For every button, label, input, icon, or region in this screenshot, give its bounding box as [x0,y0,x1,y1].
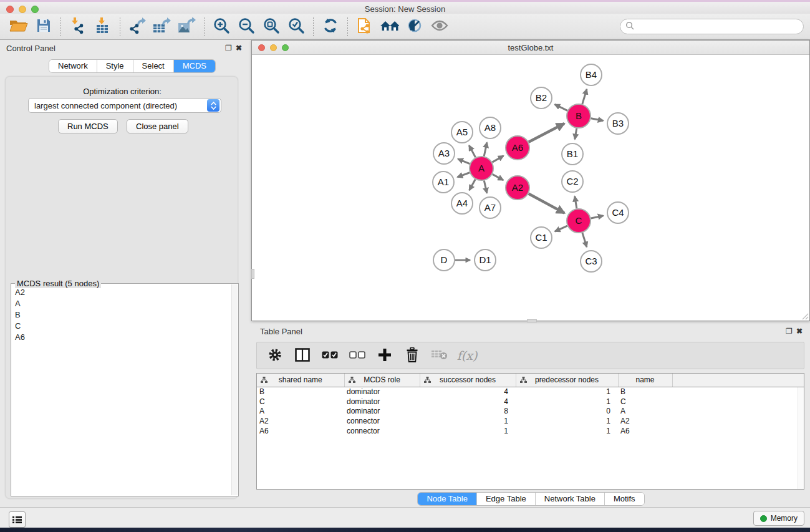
graph-node-C4[interactable]: C4 [607,202,629,223]
graph-node-A2[interactable]: A2 [506,176,529,200]
zoom-selected-button[interactable] [284,16,309,37]
table-row[interactable]: Adominator80A [257,406,804,416]
table-panel-close-button[interactable]: ✖ [796,327,803,335]
resize-grip-icon[interactable] [802,313,809,320]
table-scrollbar[interactable] [798,387,804,489]
graph-node-A1[interactable]: A1 [433,172,454,193]
graph-edge-C-C4[interactable] [591,216,604,218]
graph-edge-B-B2[interactable] [555,104,567,110]
table-panel-float-button[interactable]: ❐ [786,327,793,335]
graph-node-A3[interactable]: A3 [433,143,455,164]
graph-node-B[interactable]: B [567,104,591,128]
column-header-predecessor-nodes[interactable]: predecessor nodes [516,374,618,387]
export-table-button[interactable] [150,16,175,37]
graph-node-B2[interactable]: B2 [531,87,552,109]
table-tab-network-table[interactable]: Network Table [535,493,604,505]
zoom-out-button[interactable] [234,16,259,37]
table-row[interactable]: A6connector11A6 [257,426,804,436]
graph-edge-A-A5[interactable] [469,145,475,157]
graph-edge-A-A4[interactable] [470,179,476,190]
tab-network[interactable]: Network [49,60,97,72]
refresh-button[interactable] [318,16,343,37]
show-graphics-button[interactable] [427,16,452,37]
close-panel-button[interactable]: Close panel [127,119,188,133]
mcds-result-item[interactable]: B [12,309,231,320]
bottom-splitter-handle[interactable] [527,319,537,322]
mcds-result-item[interactable]: A [12,297,231,309]
control-panel-close-button[interactable]: ✖ [236,44,242,52]
criterion-dropdown[interactable]: largest connected component (directed) [28,98,221,113]
gear-button[interactable] [266,345,284,366]
graph-node-B4[interactable]: B4 [581,64,602,85]
zoom-in-button[interactable] [209,16,234,37]
graph-edge-A-A2[interactable] [493,174,503,180]
mcds-result-item[interactable]: A6 [12,331,231,342]
graph-edge-A-A7[interactable] [484,181,486,193]
graph-node-A8[interactable]: A8 [480,117,501,138]
graph-node-B3[interactable]: B3 [607,113,629,134]
new-network-from-file-button[interactable] [352,16,377,37]
table-row[interactable]: A2connector11A2 [257,416,804,426]
graph-edge-A-A3[interactable] [458,159,470,164]
graph-node-A5[interactable]: A5 [451,122,473,143]
control-panel-float-button[interactable]: ❐ [225,44,232,52]
run-mcds-button[interactable]: Run MCDS [58,119,118,133]
tab-select[interactable]: Select [133,60,173,72]
graph-node-C[interactable]: C [567,209,591,233]
graph-node-A4[interactable]: A4 [451,193,473,214]
graph-edge-A6-B[interactable] [529,123,564,142]
graph-node-C1[interactable]: C1 [531,227,552,248]
columns-button[interactable] [293,345,312,366]
table-row[interactable]: Cdominator41C [257,397,804,407]
export-image-button[interactable] [175,16,200,37]
zoom-fit-button[interactable] [259,16,284,37]
network-canvas[interactable]: AA6A2BCA1A3A4A5A7A8B1B2B3B4C1C2C3C4DD1 [253,55,809,321]
import-network-button[interactable] [65,16,90,37]
mcds-result-list[interactable]: A2ABCA6 [12,286,231,495]
graph-node-D1[interactable]: D1 [475,249,496,271]
graph-node-A7[interactable]: A7 [480,197,501,218]
left-splitter-handle[interactable] [251,269,254,279]
column-header-mcds-role[interactable]: MCDS role [344,374,420,387]
import-table-button[interactable] [90,16,115,37]
graph-node-A6[interactable]: A6 [506,136,529,160]
save-session-button[interactable] [31,16,56,37]
tab-style[interactable]: Style [97,60,133,72]
table-row[interactable]: Bdominator41B [257,387,804,397]
graph-node-B1[interactable]: B1 [562,143,583,165]
column-header-name[interactable]: name [618,374,672,387]
graph-edge-B-B3[interactable] [591,118,604,121]
open-file-button[interactable] [6,16,31,37]
table-tab-motifs[interactable]: Motifs [604,493,644,505]
add-button[interactable] [375,345,394,366]
search-box[interactable] [620,19,804,34]
export-network-button[interactable] [125,16,150,37]
graph-edge-B-B1[interactable] [575,128,577,140]
home-layout-button[interactable] [377,16,402,37]
tab-mcds[interactable]: MCDS [173,60,215,72]
graph-edge-A2-C[interactable] [529,194,565,213]
mcds-result-item[interactable]: A2 [12,286,231,297]
task-history-button[interactable] [9,511,26,528]
table-tab-node-table[interactable]: Node Table [418,493,476,505]
mcds-result-scrollbar[interactable] [231,284,238,495]
memory-button[interactable]: Memory [753,511,804,526]
delete-table-button[interactable] [430,345,449,366]
graph-node-C3[interactable]: C3 [581,251,602,272]
select-all-button[interactable] [321,345,339,366]
mcds-result-item[interactable]: C [12,320,231,331]
graph-node-D[interactable]: D [433,249,455,271]
graph-node-A[interactable]: A [470,157,493,180]
graph-edge-A-A6[interactable] [492,156,503,162]
table-tab-edge-table[interactable]: Edge Table [476,493,535,505]
graph-edge-A-A1[interactable] [458,173,470,177]
graph-node-C2[interactable]: C2 [562,171,583,192]
graph-edge-C-C1[interactable] [555,226,567,231]
column-header-successor-nodes[interactable]: successor nodes [420,374,516,387]
network-window-title-bar[interactable]: testGlobe.txt [252,41,809,55]
column-header-shared-name[interactable]: shared name [257,374,344,387]
hide-graphics-button[interactable] [402,16,427,37]
graph-edge-A-A8[interactable] [484,142,487,156]
search-input[interactable] [637,22,803,31]
unselect-all-button[interactable] [348,345,367,366]
